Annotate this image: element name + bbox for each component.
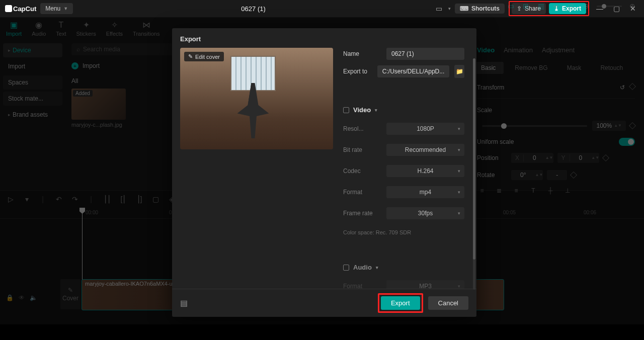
checkbox-icon[interactable] [343, 107, 349, 113]
pointer-tool-icon[interactable]: ▷ [6, 195, 15, 203]
align-left-icon[interactable]: ≡ [477, 187, 487, 194]
subtab-basic[interactable]: Basic [473, 62, 504, 74]
align-middle-icon[interactable]: ┼ [545, 187, 555, 194]
position-label: Position [477, 154, 507, 161]
align-icons: ≡ ≣ ≡ T ┼ ⊥ [477, 187, 635, 194]
sidebar-import[interactable]: Import [3, 59, 62, 73]
highlight-export-confirm: Export [378, 293, 423, 313]
maximize-icon[interactable]: ▢ [610, 5, 623, 13]
tool-stickers[interactable]: ✦Stickers [76, 21, 96, 37]
subtab-mask[interactable]: Mask [559, 62, 590, 74]
sidebar-spaces[interactable]: Spaces [3, 75, 62, 90]
tool-effects[interactable]: ✧Effects [106, 21, 123, 37]
stepper-icon[interactable]: ▲▼ [535, 174, 543, 177]
exportto-label: Export to [343, 68, 372, 75]
playhead[interactable] [82, 208, 83, 298]
keyframe-icon[interactable] [602, 154, 609, 161]
resolution-select[interactable]: 1080P▾ [386, 123, 464, 135]
tab-adjustment[interactable]: Adjustment [542, 46, 575, 54]
stepper-icon[interactable]: ▲▼ [545, 156, 553, 159]
align-bottom-icon[interactable]: ⊥ [562, 187, 573, 194]
codec-select[interactable]: H.264▾ [386, 165, 464, 177]
name-input[interactable]: 0627 (1) [386, 48, 464, 60]
scale-value[interactable]: 100%▲▼ [592, 121, 626, 131]
chevron-right-icon: ▸ [8, 112, 11, 117]
export-button-top[interactable]: ⤓Export [549, 3, 586, 14]
stickers-icon: ✦ [81, 21, 91, 30]
scale-slider[interactable] [482, 125, 587, 127]
cover-edit-icon: ✎ [68, 287, 73, 294]
aspect-ratio-icon[interactable]: ▭ [434, 4, 444, 14]
lock-icon[interactable]: 🔒 [6, 294, 14, 301]
folder-icon: 📁 [456, 68, 463, 75]
framerate-select[interactable]: 30fps▾ [386, 207, 464, 219]
dialog-scrollbar[interactable] [473, 58, 475, 290]
keyframe-icon[interactable] [570, 172, 577, 179]
browse-folder-button[interactable]: 📁 [454, 65, 464, 78]
position-x-input[interactable]: X0▲▼ [511, 153, 553, 163]
chevron-down-icon: ▾ [458, 168, 460, 174]
mute-icon[interactable]: 🔈 [30, 294, 37, 301]
export-dialog: Export ✎Edit cover Name 0627 (1) Export … [172, 28, 476, 317]
framerate-label: Frame rate [343, 210, 381, 217]
sidebar-brand[interactable]: ▸Brand assets [3, 108, 62, 122]
rotate-input[interactable]: 0°▲▼ [511, 170, 543, 180]
name-label: Name [343, 50, 381, 57]
tab-animation[interactable]: Animation [504, 46, 533, 54]
crop-icon[interactable]: ▢ [151, 195, 160, 203]
undo-icon[interactable]: ↶ [54, 195, 63, 203]
sidebar-device[interactable]: ▸Device [3, 43, 62, 57]
chevron-down-icon: ▾ [448, 6, 451, 11]
uniform-scale-toggle[interactable] [619, 138, 635, 146]
stepper-icon[interactable]: ▲▼ [591, 156, 599, 159]
bitrate-label: Bit rate [343, 146, 381, 153]
redo-icon[interactable]: ↷ [70, 195, 79, 203]
shortcuts-button[interactable]: ⌨Shortcuts [455, 4, 505, 14]
uniform-scale-label: Uniform scale [477, 138, 514, 145]
menu-button[interactable]: Menu▼ [40, 3, 73, 14]
export-confirm-button[interactable]: Export [381, 296, 420, 310]
subtab-removebg[interactable]: Remove BG [507, 62, 555, 74]
media-thumbnail[interactable]: Added [71, 89, 126, 120]
eye-icon[interactable]: 👁 [19, 294, 25, 301]
stepper-icon[interactable]: ▲▼ [614, 124, 622, 127]
bitrate-select[interactable]: Recommended▾ [386, 144, 464, 156]
checkbox-icon[interactable] [343, 265, 349, 271]
minimize-icon[interactable]: — [593, 5, 606, 13]
tool-text[interactable]: TText [56, 21, 66, 37]
keyframe-icon[interactable] [629, 83, 636, 90]
align-top-icon[interactable]: T [528, 187, 538, 194]
position-y-input[interactable]: Y0▲▼ [557, 153, 600, 163]
split-icon[interactable]: ⎮⎮ [103, 195, 112, 203]
video-section-header[interactable]: Video▾ [343, 106, 464, 114]
plus-icon: + [71, 62, 78, 69]
tool-audio[interactable]: ◉Audio [32, 21, 46, 37]
split-right-icon[interactable]: ⎮] [135, 195, 144, 203]
close-icon[interactable]: ✕ [627, 5, 639, 13]
reset-icon[interactable]: ↺ [620, 84, 625, 91]
align-right-icon[interactable]: ≡ [511, 187, 521, 194]
keyboard-icon: ⌨ [460, 5, 468, 12]
format-label: Format [343, 189, 381, 196]
tool-transitions[interactable]: ⋈Transitions [133, 21, 159, 37]
sidebar-stock[interactable]: Stock mate... [3, 92, 62, 106]
tab-video[interactable]: Video [477, 46, 495, 54]
share-button[interactable]: ⇪Share [512, 3, 546, 14]
footer-options-icon[interactable]: ▤ [180, 298, 188, 308]
tool-import[interactable]: ▣Import [6, 21, 22, 37]
subtab-retouch[interactable]: Retouch [592, 62, 631, 74]
cover-cell[interactable]: ✎ Cover [60, 279, 80, 309]
edit-cover-button[interactable]: ✎Edit cover [184, 52, 224, 61]
transitions-icon: ⋈ [141, 21, 151, 30]
exportto-input[interactable]: C:/Users/DELL/AppD... [377, 65, 449, 77]
format-select[interactable]: mp4▾ [386, 186, 464, 198]
cancel-button[interactable]: Cancel [428, 296, 468, 310]
inspector-panel: Video Animation Adjustment Basic Remove … [468, 39, 644, 190]
keyframe-icon[interactable] [629, 122, 636, 129]
chevron-down-icon: ▾ [376, 265, 378, 270]
clip-label: maryjoy-caballero-IKAO7n6aMX4-u [85, 281, 173, 287]
audio-section-header[interactable]: Audio▾ [343, 264, 464, 271]
split-left-icon[interactable]: [⎮ [119, 195, 128, 203]
added-badge: Added [73, 90, 93, 97]
align-center-icon[interactable]: ≣ [494, 187, 504, 194]
